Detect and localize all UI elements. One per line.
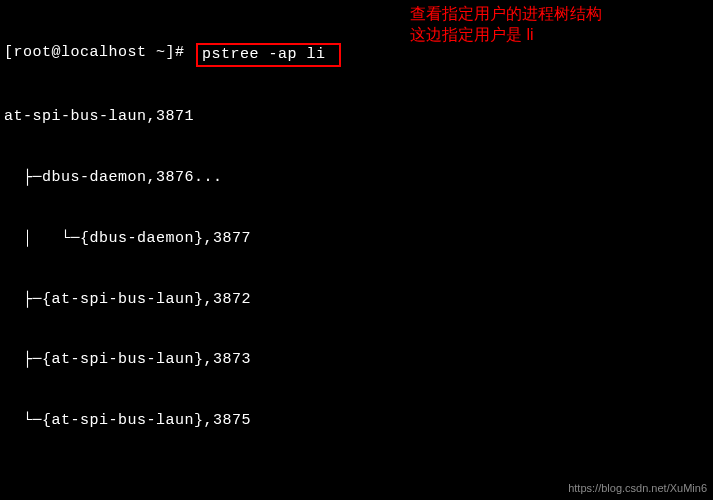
command-highlight-box: pstree -ap li bbox=[196, 43, 341, 67]
prompt-line: [root@localhost ~]# pstree -ap li bbox=[4, 43, 709, 67]
tree-row: ├─{at-spi-bus-laun},3873 bbox=[4, 350, 709, 370]
tree-row: │ └─{dbus-daemon},3877 bbox=[4, 229, 709, 249]
tree-row: └─{at-spi-bus-laun},3875 bbox=[4, 411, 709, 431]
terminal-output: [root@localhost ~]# pstree -ap li at-spi… bbox=[0, 0, 713, 500]
command-text: pstree -ap li bbox=[202, 46, 335, 63]
tree-row: ├─dbus-daemon,3876... bbox=[4, 168, 709, 188]
tree-row: at-spi-bus-laun,3871 bbox=[4, 107, 709, 127]
annotation-text-2: 这边指定用户是 li bbox=[410, 25, 534, 46]
annotation-text-1: 查看指定用户的进程树结构 bbox=[410, 4, 602, 25]
watermark-text: https://blog.csdn.net/XuMin6 bbox=[568, 481, 707, 496]
tree-row: ├─{at-spi-bus-laun},3872 bbox=[4, 290, 709, 310]
shell-prompt: [root@localhost ~]# bbox=[4, 43, 194, 63]
